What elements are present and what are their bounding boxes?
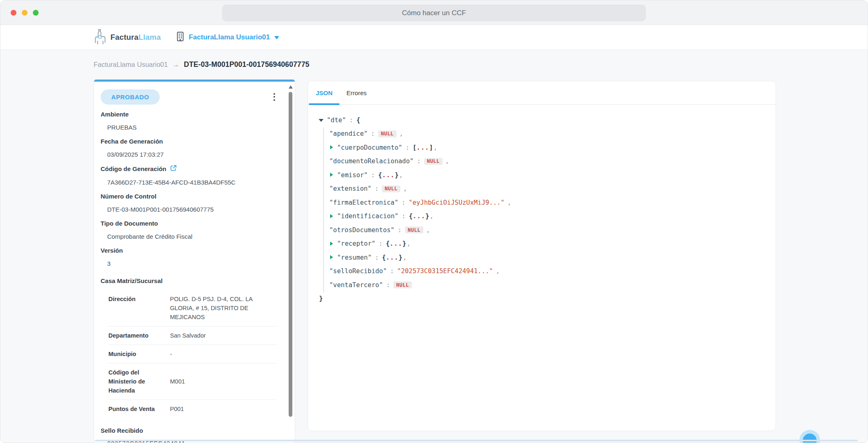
- json-row-otrosdocumentos: otrosDocumentos:NULL,: [319, 223, 767, 237]
- field-label: Ambiente: [101, 110, 278, 118]
- chevron-collapsed-icon[interactable]: [329, 173, 334, 178]
- json-ellipsis[interactable]: ...: [382, 171, 395, 179]
- json-row-identificacion: identificacion:{...},: [319, 210, 767, 224]
- row-label: Municipio: [108, 349, 170, 359]
- brand-name-llama: Llama: [138, 33, 161, 41]
- json-colon: :: [406, 144, 409, 151]
- json-colon: :: [375, 254, 379, 261]
- chevron-collapsed-icon[interactable]: [329, 145, 334, 150]
- json-open-brace: {: [356, 116, 360, 124]
- json-open-bracket: [: [413, 144, 416, 151]
- null-badge: NULL: [405, 226, 423, 233]
- json-row-cuerpodocumento: cuerpoDocumento:[...],: [319, 141, 767, 155]
- status-badge: APROBADO: [101, 89, 160, 105]
- json-row-emisor: emisor:{...},: [319, 168, 767, 182]
- json-key: resumen: [337, 254, 372, 261]
- json-colon: :: [398, 226, 402, 234]
- json-comma: ,: [496, 267, 500, 275]
- tab-json[interactable]: JSON: [309, 81, 340, 104]
- row-value: -: [170, 349, 277, 359]
- external-link-icon[interactable]: [170, 164, 177, 173]
- close-window-button[interactable]: [11, 10, 16, 16]
- tab-errores[interactable]: Errores: [340, 81, 374, 104]
- json-string-value: 202573C0315EFC424941...: [397, 267, 493, 275]
- json-open-brace: {: [386, 240, 390, 247]
- indent-guide-line: [323, 128, 324, 292]
- null-badge: NULL: [424, 158, 443, 165]
- traffic-lights: [11, 10, 39, 16]
- scroll-up-arrow-icon[interactable]: [289, 85, 293, 89]
- field-value: 7A366D27-713E-45B4-AFCD-41B3BA4DF55C: [107, 178, 278, 186]
- field-label: Versión: [101, 247, 278, 254]
- json-colon: :: [379, 240, 382, 247]
- json-string-value: eyJhbGciOiJSUzUxMiJ9...: [409, 199, 504, 206]
- table-row-direccion: Dirección POLIG. D-5 PSJ. D-4, COL. LA G…: [108, 290, 277, 327]
- table-row-puntos-venta: Puntos de Venta P001: [108, 400, 277, 418]
- chevron-collapsed-icon[interactable]: [329, 214, 334, 219]
- field-value: DTE-03-M001P001-001756940607775: [107, 206, 278, 213]
- field-value: 3: [107, 260, 278, 267]
- json-comma: ,: [434, 144, 437, 151]
- json-ellipsis[interactable]: ...: [386, 254, 399, 261]
- null-badge: NULL: [378, 130, 397, 137]
- json-row-resumen: resumen:{...},: [319, 251, 767, 265]
- json-comma: ,: [400, 130, 403, 137]
- minimize-window-button[interactable]: [22, 10, 28, 16]
- null-badge: NULL: [382, 185, 400, 192]
- json-key: cuerpoDocumento: [337, 144, 402, 151]
- json-close-bracket: ]: [429, 144, 433, 151]
- json-key: emisor: [337, 171, 368, 179]
- chevron-collapsed-icon[interactable]: [329, 255, 334, 260]
- titlebar: Cómo hacer un CCF: [0, 0, 868, 25]
- json-key: ventaTercero: [329, 281, 383, 289]
- json-comma: ,: [403, 185, 407, 192]
- json-row-apendice: apendice:NULL,: [319, 127, 767, 141]
- brand-name-factura: Factura: [110, 33, 138, 41]
- detail-card-header: APROBADO: [101, 89, 278, 105]
- json-ellipsis[interactable]: ...: [413, 212, 425, 220]
- json-colon: :: [375, 185, 379, 192]
- field-label: Número de Control: [101, 192, 278, 200]
- json-key: documentoRelacionado: [329, 158, 413, 165]
- json-ellipsis[interactable]: ...: [390, 240, 402, 247]
- row-label: Código del Ministerio de Hacienda: [108, 368, 170, 395]
- row-value: P001: [170, 404, 277, 413]
- zoom-window-button[interactable]: [33, 10, 39, 16]
- sello-section-title: Sello Recibido: [101, 427, 278, 434]
- json-colon: :: [386, 281, 390, 289]
- field-ambiente: Ambiente PRUEBAS: [101, 110, 278, 131]
- field-codigo-generacion: Código de Generación 7A366D27-713E-45B4-…: [101, 164, 278, 186]
- field-value: PRUEBAS: [107, 123, 278, 131]
- scrollbar[interactable]: [288, 82, 294, 443]
- brand-logo[interactable]: FacturaLlama: [93, 28, 161, 47]
- json-key: identificacion: [337, 212, 398, 220]
- json-comma: ,: [445, 158, 449, 165]
- json-row-documentorelacionado: documentoRelacionado:NULL,: [319, 155, 767, 169]
- row-value: M001: [170, 377, 277, 386]
- null-badge: NULL: [393, 281, 412, 288]
- app-header: FacturaLlama FacturaLlama Usuario01: [0, 25, 868, 50]
- chevron-collapsed-icon[interactable]: [329, 241, 334, 246]
- json-ellipsis[interactable]: ...: [416, 144, 429, 151]
- row-label: Dirección: [108, 295, 170, 322]
- chevron-expanded-icon[interactable]: [319, 118, 324, 123]
- branch-section-title: Casa Matriz/Sucursal: [101, 277, 278, 284]
- json-comma: ,: [507, 199, 511, 206]
- row-value: POLIG. D-5 PSJ. D-4, COL. LA GLORIA, # 1…: [170, 295, 277, 322]
- llama-logo-icon: [93, 28, 108, 47]
- field-value: Comprobante de Crédito Fiscal: [107, 233, 278, 240]
- branch-table: Dirección POLIG. D-5 PSJ. D-4, COL. LA G…: [108, 290, 277, 418]
- browser-tab-title[interactable]: Cómo hacer un CCF: [222, 5, 646, 21]
- breadcrumb-parent-link[interactable]: FacturaLlama Usuario01: [94, 61, 168, 69]
- field-label: Código de Generación: [101, 164, 278, 173]
- scrollbar-thumb[interactable]: [289, 92, 292, 417]
- account-switcher[interactable]: FacturaLlama Usuario01: [176, 32, 279, 43]
- table-row-departamento: Departamento San Salvador: [108, 327, 277, 345]
- json-row-extension: extension:NULL,: [319, 182, 767, 196]
- json-close-brace: }: [395, 171, 398, 179]
- field-label: Tipo de Documento: [101, 219, 278, 227]
- field-label: Fecha de Generación: [101, 137, 278, 145]
- json-close-brace: }: [402, 240, 406, 247]
- json-open-brace: {: [409, 212, 413, 220]
- kebab-menu-button[interactable]: [271, 91, 278, 103]
